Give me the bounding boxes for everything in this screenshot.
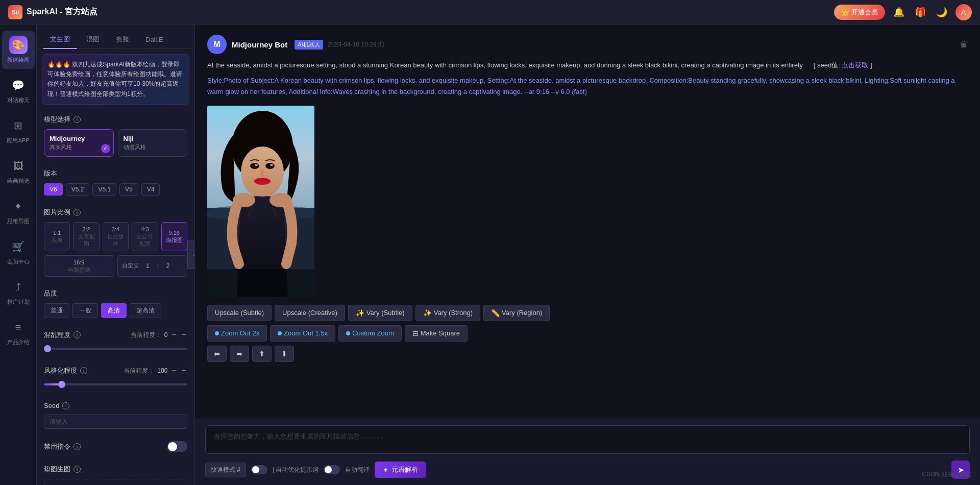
custom-zoom-button[interactable]: Custom Zoom — [338, 325, 402, 342]
sidebar-item-mindmap[interactable]: ✦ 思维导图 — [2, 192, 35, 230]
analyze-label: 元语解析 — [391, 465, 418, 474]
quality-hd[interactable]: 高清 — [101, 303, 127, 318]
ver-btn-v5[interactable]: V5 — [119, 183, 138, 196]
seed-info-icon[interactable]: i — [62, 402, 69, 409]
message: M Midjourney Bot AI机器人 2024-04-10 10:29:… — [207, 35, 968, 362]
zoom-dot-icon — [215, 331, 219, 335]
sidebar-item-app[interactable]: ⊞ 应用APP — [2, 111, 35, 150]
dir-up-button[interactable]: ⬆ — [252, 346, 272, 362]
ratio-3-2[interactable]: 3:2文章配图 — [73, 222, 99, 251]
ban-cmd-info-icon[interactable]: i — [74, 443, 81, 450]
zoom-out-2x-button[interactable]: Zoom Out 2x — [207, 325, 267, 342]
ver-btn-v4[interactable]: V4 — [141, 183, 160, 196]
ver-btn-v6[interactable]: V6 — [44, 183, 63, 196]
seed-section: Seed i — [37, 397, 194, 434]
model-card-midjourney[interactable]: Midjourney 真实风格 ✓ — [44, 129, 114, 157]
make-square-button[interactable]: ⊟ Make Square — [405, 325, 468, 342]
fast-mode-tag[interactable]: 快速模式 # — [205, 463, 246, 477]
sidebar-item-gallery[interactable]: 🖼 绘画精选 — [2, 152, 35, 190]
sidebar-item-intro[interactable]: ≡ 产品介绍 — [2, 313, 35, 351]
vip-button[interactable]: 👑 开通会员 — [834, 5, 885, 20]
bell-icon-button[interactable]: 🔔 — [891, 5, 906, 20]
dir-right-button[interactable]: ➡ — [230, 346, 249, 362]
model-info-icon[interactable]: i — [74, 116, 81, 123]
prompt-input[interactable] — [205, 425, 970, 454]
quality-label: 品质 — [44, 289, 187, 298]
sidebar-item-share[interactable]: ⤴ 推广计划 — [2, 273, 35, 311]
zoom-out-2x-label: Zoom Out 2x — [221, 329, 259, 337]
upload-area[interactable]: ⬆ — [44, 479, 187, 485]
quality-normal[interactable]: 普通 — [44, 303, 69, 318]
tab-huanlian[interactable]: 换脸 — [109, 31, 136, 49]
ratio-3-4[interactable]: 3:4社交媒体 — [103, 222, 129, 251]
ratio-4-3[interactable]: 4:3公众号配图 — [132, 222, 158, 251]
delete-message-button[interactable]: 🗑 — [960, 40, 968, 49]
auto-translate-toggle[interactable] — [324, 465, 340, 474]
zoom-dot-icon — [278, 331, 282, 335]
dir-down-button[interactable]: ⬇ — [275, 346, 294, 362]
seed-input[interactable] — [44, 415, 187, 429]
vary-strong-button[interactable]: ✨ Vary (Strong) — [415, 305, 480, 321]
tab-huntou[interactable]: 混图 — [79, 31, 107, 49]
chaos-increment[interactable]: + — [181, 330, 187, 340]
auto-optimize-label: | 自动优化提示词 — [273, 466, 318, 474]
svg-point-11 — [270, 164, 273, 166]
sidebar-item-member[interactable]: 🛒 会员中心 — [2, 232, 35, 271]
sidebar-item-label: 思维导图 — [7, 217, 30, 225]
tab-wenshengtu[interactable]: 文生图 — [43, 31, 77, 49]
fast-mode-toggle[interactable] — [251, 465, 267, 474]
vary-region-icon: ✏️ — [491, 309, 500, 317]
sidebar-item-label: 推广计划 — [7, 298, 30, 306]
ratio-row2: 16:9电脑壁纸 自定义 : — [44, 255, 187, 277]
ban-cmd-toggle[interactable] — [167, 441, 187, 452]
topbar: Sii SparkAI - 官方站点 👑 开通会员 🔔 🎁 🌙 A — [0, 0, 980, 25]
msg-prompt: Style:Photo of Subject:A Korean beauty w… — [207, 75, 968, 98]
sidebar-item-chat[interactable]: 💬 对话聊天 — [2, 71, 35, 109]
analyze-button[interactable]: ✦ 元语解析 — [375, 462, 426, 478]
stylize-value: 100 — [157, 367, 167, 374]
stylize-increment[interactable]: + — [181, 366, 187, 375]
stylize-info-icon[interactable]: i — [80, 367, 87, 374]
model-sub: 真实风格 — [50, 143, 108, 151]
seed-link[interactable]: 点击获取 — [842, 61, 868, 69]
stylize-slider[interactable] — [44, 379, 187, 390]
ratio-custom-w[interactable] — [141, 262, 155, 270]
vary-subtle-button[interactable]: ✨ Vary (Subtle) — [348, 305, 412, 321]
ratio-info-icon[interactable]: i — [74, 209, 81, 216]
gift-icon-button[interactable]: 🎁 — [913, 5, 928, 20]
chaos-thumb[interactable] — [44, 345, 51, 352]
midjourney-avatar-svg: M — [207, 35, 227, 54]
quality-general[interactable]: 一般 — [72, 303, 98, 318]
moon-icon-button[interactable]: 🌙 — [934, 5, 949, 20]
ratio-9-16[interactable]: 9:16海报图 — [161, 222, 187, 251]
base-img-info-icon[interactable]: i — [74, 466, 81, 473]
chaos-slider[interactable] — [44, 344, 187, 354]
stylize-decrement[interactable]: − — [170, 366, 177, 375]
ratio-custom-h[interactable] — [161, 262, 175, 270]
ver-btn-v5.2[interactable]: V5.2 — [66, 183, 90, 196]
sidebar-item-label: 对话聊天 — [7, 96, 30, 104]
collapse-panel-button[interactable]: ‹ — [187, 240, 195, 269]
stylize-thumb[interactable] — [58, 381, 65, 388]
chaos-decrement[interactable]: − — [170, 330, 177, 340]
custom-zoom-label: Custom Zoom — [352, 329, 394, 337]
sidebar-item-new-paint[interactable]: 🎨 新建绘画 — [2, 31, 35, 69]
ban-cmd-section: 禁用指令 i — [37, 436, 194, 457]
upscale-creative-button[interactable]: Upscale (Creative) — [275, 305, 345, 321]
model-card-niji[interactable]: Niji 动漫风格 — [118, 129, 188, 157]
ratio-16-9[interactable]: 16:9电脑壁纸 — [44, 255, 114, 277]
tab-dalle[interactable]: Dall.E — [138, 31, 170, 49]
chaos-info-icon[interactable]: i — [74, 331, 81, 338]
image-container — [207, 106, 968, 297]
dir-left-button[interactable]: ⬅ — [207, 346, 227, 362]
quality-ultra[interactable]: 超高清 — [130, 303, 161, 318]
avatar[interactable]: A — [955, 4, 972, 20]
upscale-subtle-button[interactable]: Upscale (Subtle) — [207, 305, 272, 321]
analyze-star-icon: ✦ — [383, 466, 388, 474]
vary-region-button[interactable]: ✏️ Vary (Region) — [483, 305, 550, 321]
ver-btn-v5.1[interactable]: V5.1 — [92, 183, 116, 196]
topbar-right: 👑 开通会员 🔔 🎁 🌙 A — [834, 4, 972, 20]
sidebar-item-label: 产品介绍 — [7, 338, 30, 346]
zoom-out-1.5x-button[interactable]: Zoom Out 1.5x — [270, 325, 335, 342]
ratio-1-1[interactable]: 1:1头像 — [44, 222, 70, 251]
